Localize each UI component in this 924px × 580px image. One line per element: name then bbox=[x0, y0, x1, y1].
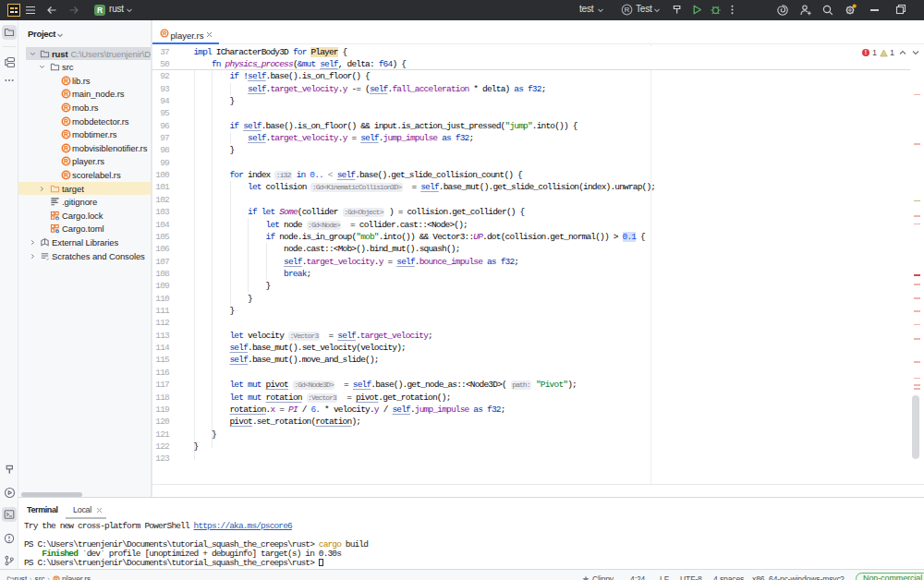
svg-text:R: R bbox=[625, 6, 630, 14]
